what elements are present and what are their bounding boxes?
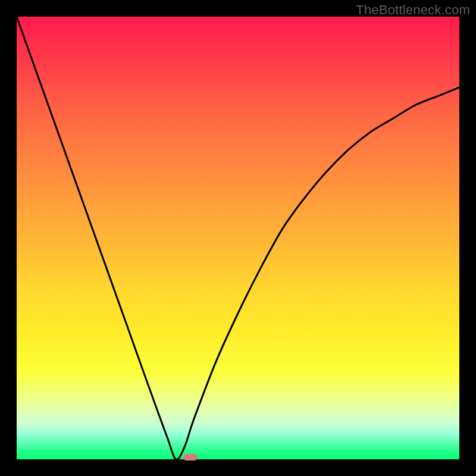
bottleneck-curve xyxy=(17,17,459,459)
min-marker xyxy=(183,454,198,461)
chart-frame: TheBottleneck.com xyxy=(0,0,476,476)
watermark-text: TheBottleneck.com xyxy=(356,2,470,18)
plot-area xyxy=(17,17,459,459)
